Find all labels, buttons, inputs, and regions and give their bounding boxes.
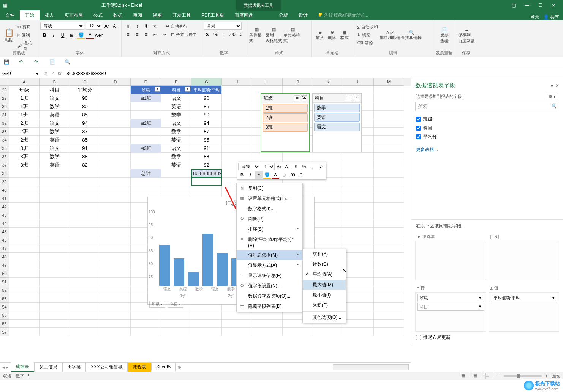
cell[interactable]: 英语 [161, 161, 191, 169]
sheet-tab[interactable]: XXX公司销售额 [86, 363, 128, 372]
cell[interactable] [70, 194, 100, 203]
cell[interactable] [100, 236, 131, 244]
row-header[interactable]: 48 [0, 253, 9, 261]
cell[interactable] [40, 186, 70, 194]
cell[interactable] [374, 219, 404, 228]
save-icon[interactable]: 💾 [4, 59, 11, 67]
cell[interactable] [191, 328, 222, 336]
redo-icon[interactable]: ↷ [34, 59, 42, 67]
row-header[interactable]: 49 [0, 261, 9, 269]
paste-button[interactable]: 📋 粘贴 [2, 22, 16, 49]
tab-design[interactable]: 设计 [293, 10, 313, 20]
tab-formulas[interactable]: 公式 [88, 10, 108, 20]
cell[interactable] [9, 236, 40, 244]
row-header[interactable]: 56 [0, 320, 9, 328]
align-center-icon[interactable]: ≡ [133, 30, 141, 39]
values-area[interactable]: 平均值项:平均...▾ [489, 292, 560, 332]
cell[interactable]: 数学 [40, 128, 70, 136]
cell[interactable] [131, 186, 161, 194]
cell[interactable] [374, 203, 404, 211]
cell[interactable] [9, 211, 40, 219]
cell[interactable]: 英语 [40, 136, 70, 144]
cell[interactable] [100, 253, 131, 261]
cell[interactable] [161, 169, 191, 178]
cell[interactable] [131, 128, 161, 136]
cell[interactable] [374, 244, 404, 253]
cell[interactable]: 85 [191, 102, 222, 111]
align-right-icon[interactable]: ≡ [142, 30, 150, 39]
cell[interactable] [100, 219, 131, 228]
cell-style-button[interactable]: ▦单元格样式 [283, 22, 302, 49]
cell[interactable] [131, 328, 161, 336]
cell[interactable]: 90 [70, 94, 100, 102]
cell[interactable] [70, 303, 100, 311]
name-box-dropdown-icon[interactable]: ▾ [36, 71, 38, 76]
add-sheet-icon[interactable]: ⊕ [176, 365, 183, 370]
cell[interactable] [343, 178, 374, 186]
cell[interactable] [9, 286, 40, 294]
cell[interactable] [100, 178, 131, 186]
field-item[interactable]: 科目 [416, 124, 558, 132]
cell[interactable] [374, 102, 404, 111]
fill-color-button[interactable]: 🪣 [77, 31, 85, 39]
cell[interactable] [9, 261, 40, 269]
cell[interactable] [9, 278, 40, 286]
field-pane-close-icon[interactable]: ✕ [555, 83, 559, 88]
tell-me-input[interactable]: 💡 告诉我您想要做什么... [313, 10, 372, 20]
formula-bar[interactable]: 86.8888888888889 [64, 70, 563, 77]
cell[interactable] [9, 303, 40, 311]
ctx-show-as[interactable]: 值显示方式(A)▸ [237, 260, 302, 271]
cell[interactable] [40, 294, 70, 303]
column-header[interactable]: H [222, 78, 252, 86]
cell[interactable]: 科目▾ [161, 86, 191, 94]
area-field[interactable]: 平均值项:平均...▾ [491, 294, 558, 302]
name-box[interactable]: G39▾ [0, 70, 41, 77]
ctx-refresh[interactable]: ↻刷新(R) [237, 214, 302, 224]
row-header[interactable]: 55 [0, 311, 9, 320]
cell[interactable] [222, 144, 252, 153]
grow-font-icon[interactable]: A↑ [275, 163, 283, 170]
row-header[interactable]: 29 [0, 94, 9, 102]
cell[interactable]: 语文 [40, 144, 70, 153]
cell[interactable]: 85 [70, 136, 100, 144]
cell[interactable] [313, 236, 343, 244]
area-field[interactable]: 科目▾ [417, 303, 484, 311]
cell[interactable] [161, 328, 191, 336]
cell[interactable] [313, 194, 343, 203]
slicer-item[interactable]: 英语 [314, 113, 360, 122]
cell[interactable] [222, 320, 252, 328]
cell[interactable]: 88 [191, 153, 222, 161]
ribbon-display-icon[interactable]: ▢ [510, 3, 517, 8]
sub-avg[interactable]: ✓平均值(A) [303, 269, 346, 280]
row-header[interactable]: 44 [0, 219, 9, 228]
minimize-button[interactable]: — [523, 3, 531, 8]
cell[interactable] [9, 294, 40, 303]
cell[interactable] [374, 286, 404, 294]
row-header[interactable]: 32 [0, 119, 9, 128]
cell[interactable] [222, 119, 252, 128]
cell[interactable] [343, 236, 374, 244]
sort-filter-button[interactable]: A↓Z排序和筛选 [380, 22, 401, 49]
shrink-font-icon[interactable]: A↓ [284, 163, 291, 170]
cell[interactable]: 82 [70, 161, 100, 169]
row-header[interactable]: 50 [0, 269, 9, 278]
cell[interactable] [222, 311, 252, 320]
cell[interactable]: 语文 [161, 94, 191, 102]
cell[interactable] [131, 102, 161, 111]
dec-decimal-icon[interactable]: .0 [237, 30, 244, 39]
cell[interactable] [131, 153, 161, 161]
percent-icon[interactable]: % [300, 163, 308, 170]
cell[interactable]: 总计 [131, 169, 161, 178]
ctx-remove[interactable]: ✕删除"平均值项:平均分"(V) [237, 235, 302, 250]
column-header[interactable]: B [40, 78, 70, 86]
horizontal-scrollbar[interactable] [333, 364, 409, 370]
area-field[interactable]: 班级▾ [417, 294, 484, 302]
cell[interactable]: 80 [70, 102, 100, 111]
share-button[interactable]: 👤 共享 [543, 14, 559, 20]
cell[interactable] [343, 261, 374, 269]
cell[interactable] [131, 136, 161, 144]
phonetic-button[interactable]: wén [95, 31, 103, 39]
cell[interactable] [9, 244, 40, 253]
comma-icon[interactable]: , [309, 163, 316, 170]
cell[interactable]: 科目 [40, 86, 70, 94]
